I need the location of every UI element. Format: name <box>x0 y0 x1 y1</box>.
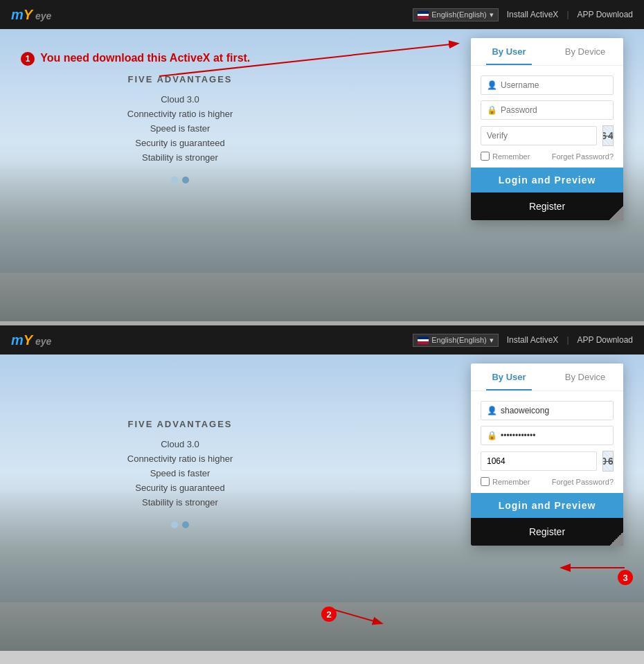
language-selector-2[interactable]: English(English) ▾ <box>413 334 498 347</box>
flag-icon <box>418 11 429 19</box>
app-download-link-2[interactable]: APP Download <box>578 335 634 345</box>
captcha-image-2[interactable]: 1064 <box>602 451 614 472</box>
logo: mY eye <box>11 7 51 23</box>
login-panel: By User By Device 👤 🔒 5647 Remem <box>471 38 623 220</box>
remember-label[interactable]: Remember <box>481 152 530 161</box>
left-content: 1 You need download this ActiveX at firs… <box>0 38 360 197</box>
nav-separator: | <box>566 10 569 19</box>
dropdown-arrow: ▾ <box>490 10 494 19</box>
adv-item: Stability is stronger <box>21 497 339 508</box>
captcha-text-2: 1064 <box>602 456 614 467</box>
forget-password-link[interactable]: Forget Password? <box>552 152 614 161</box>
login-tabs: By User By Device <box>471 38 623 66</box>
app-download-link[interactable]: APP Download <box>578 10 634 19</box>
navbar: mY eye English(English) ▾ Install Active… <box>0 0 644 29</box>
install-activex-link[interactable]: Install ActiveX <box>507 10 559 19</box>
adv-item: Cloud 3.0 <box>21 439 339 449</box>
adv-item: Security is guaranteed <box>21 138 339 148</box>
captcha-image[interactable]: 5647 <box>602 125 614 146</box>
dot-1-2[interactable] <box>171 521 178 528</box>
nav-right: English(English) ▾ Install ActiveX | APP… <box>413 8 633 21</box>
activex-message: 1 You need download this ActiveX at firs… <box>21 52 339 66</box>
dropdown-arrow-2: ▾ <box>490 336 494 345</box>
advantages-list-2: Cloud 3.0 Connectivity ratio is higher S… <box>21 439 339 508</box>
advantages-list: Cloud 3.0 Connectivity ratio is higher S… <box>21 94 339 163</box>
password-input-2[interactable] <box>501 431 607 440</box>
register-bar[interactable]: Register <box>471 192 623 220</box>
lock-icon: 🔒 <box>487 105 497 115</box>
nav-right-2: English(English) ▾ Install ActiveX | APP… <box>413 334 633 347</box>
tab-by-user[interactable]: By User <box>471 38 547 65</box>
register-bar-2[interactable]: Register <box>471 518 623 546</box>
username-field-2: 👤 <box>481 401 614 420</box>
captcha-text: 5647 <box>602 130 614 141</box>
remember-checkbox-2[interactable] <box>481 477 490 486</box>
nav-separator-2: | <box>566 335 569 345</box>
dot-2[interactable] <box>182 177 189 183</box>
verify-row: 5647 <box>481 125 614 146</box>
remember-label-2[interactable]: Remember <box>481 477 530 486</box>
adv-item: Connectivity ratio is higher <box>21 109 339 119</box>
user-icon-2: 👤 <box>487 406 497 415</box>
lock-icon-2: 🔒 <box>487 431 497 440</box>
tab-by-device[interactable]: By Device <box>547 38 623 65</box>
tab-by-device-2[interactable]: By Device <box>547 364 623 391</box>
badge-1: 1 <box>21 52 35 66</box>
annotation-badge-2: 2 <box>321 607 337 622</box>
ground-bg <box>0 273 644 321</box>
lang-label-2: English(English) <box>431 336 486 344</box>
login-preview-button-2[interactable]: Login and Preview <box>471 493 623 518</box>
password-field-2: 🔒 <box>481 426 614 445</box>
password-field: 🔒 <box>481 100 614 120</box>
panel-1: mY eye English(English) ▾ Install Active… <box>0 0 644 325</box>
login-form: 👤 🔒 5647 Remember Forget Password? <box>471 66 623 161</box>
username-input-2[interactable] <box>501 406 607 415</box>
remember-row: Remember Forget Password? <box>481 152 614 161</box>
annotation-badge-3: 3 <box>618 570 633 585</box>
adv-item: Connectivity ratio is higher <box>21 454 339 464</box>
navbar-2: mY eye English(English) ▾ Install Active… <box>0 325 644 355</box>
flag-icon-2 <box>418 337 429 344</box>
adv-item: Speed is faster <box>21 468 339 478</box>
adv-item: Security is guaranteed <box>21 483 339 493</box>
dot-2-2[interactable] <box>182 521 189 528</box>
panel-2: mY eye English(English) ▾ Install Active… <box>0 325 644 651</box>
username-field: 👤 <box>481 75 614 95</box>
login-preview-button[interactable]: Login and Preview <box>471 168 623 192</box>
carousel-dots <box>21 177 339 183</box>
user-icon: 👤 <box>487 80 497 90</box>
left-content-2: FIVE ADVANTAGES Cloud 3.0 Connectivity r… <box>0 364 360 542</box>
login-panel-2: By User By Device 👤 🔒 1064 Remem <box>471 364 623 546</box>
lang-label: English(English) <box>431 10 486 19</box>
five-advantages-title: FIVE ADVANTAGES <box>21 74 339 84</box>
tab-by-user-2[interactable]: By User <box>471 364 547 391</box>
verify-input[interactable] <box>481 126 597 145</box>
verify-row-2: 1064 <box>481 451 614 472</box>
adv-item: Stability is stronger <box>21 152 339 163</box>
five-advantages-title-2: FIVE ADVANTAGES <box>21 419 339 429</box>
logo-2: mY eye <box>11 332 51 348</box>
install-activex-link-2[interactable]: Install ActiveX <box>507 335 559 345</box>
language-selector[interactable]: English(English) ▾ <box>413 8 498 21</box>
carousel-dots-2 <box>21 521 339 528</box>
login-form-2: 👤 🔒 1064 Remember Forget Password? <box>471 391 623 486</box>
verify-input-2[interactable] <box>481 451 597 471</box>
adv-item: Cloud 3.0 <box>21 94 339 105</box>
username-input[interactable] <box>501 80 607 90</box>
password-input[interactable] <box>501 105 607 115</box>
dot-1[interactable] <box>171 177 178 183</box>
remember-checkbox[interactable] <box>481 152 490 161</box>
adv-item: Speed is faster <box>21 123 339 134</box>
forget-password-link-2[interactable]: Forget Password? <box>552 478 614 486</box>
login-tabs-2: By User By Device <box>471 364 623 391</box>
remember-row-2: Remember Forget Password? <box>481 477 614 486</box>
